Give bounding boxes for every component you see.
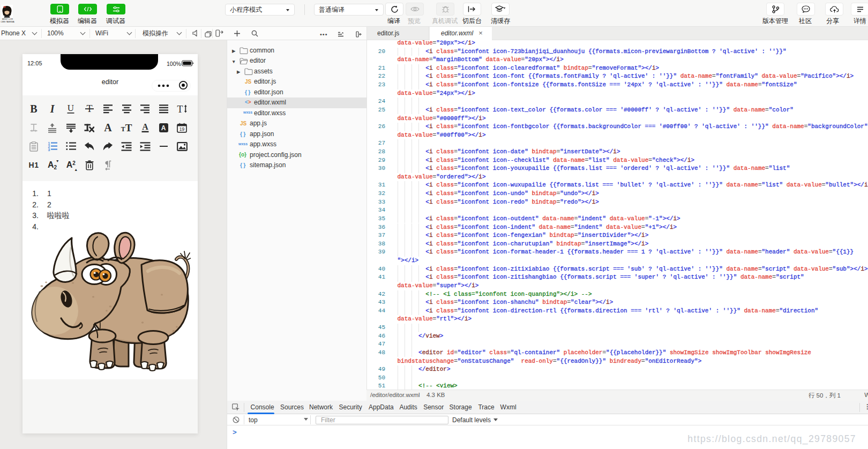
svg-text:3: 3 [48, 148, 50, 151]
svg-text:T: T [177, 104, 183, 114]
svg-text:19: 19 [179, 126, 185, 132]
svg-text:A: A [142, 123, 148, 131]
svg-text:U: U [68, 104, 74, 113]
